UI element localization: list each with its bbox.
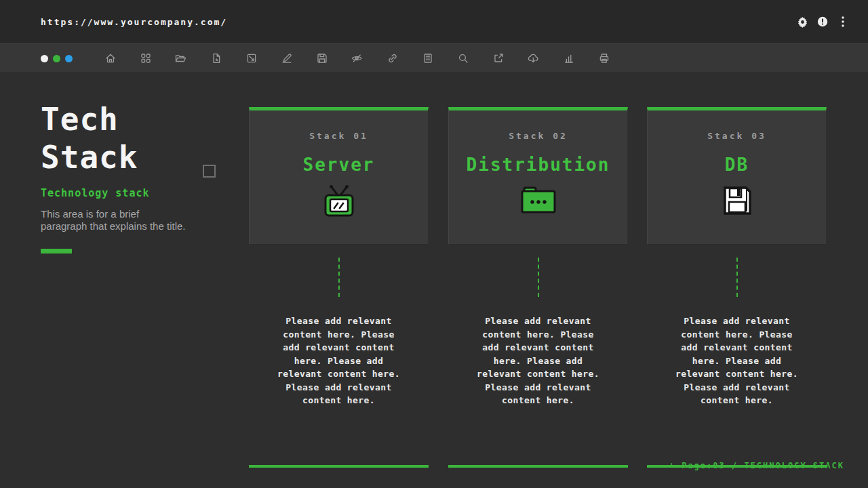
stack-label: Stack 02: [509, 131, 568, 141]
column-baseline: [249, 465, 429, 468]
slide-canvas: Tech Stack Technology stack This area is…: [0, 73, 868, 488]
alert-circle-icon[interactable]: [816, 16, 829, 28]
title-underline-bar: [41, 249, 72, 253]
stack-title: Distribution: [467, 155, 610, 175]
stack-label: Stack 03: [707, 131, 766, 141]
dashed-connector: [736, 258, 738, 297]
page-title-line2: Stack: [41, 138, 217, 176]
top-bar: https://www.yourcompany.com/: [0, 0, 868, 43]
stack-column-1: Stack 01 Server Please add relevant cont…: [249, 107, 429, 245]
dot-blue[interactable]: [65, 55, 73, 62]
status-dots: [41, 55, 73, 62]
stack-title: DB: [725, 155, 749, 175]
home-icon[interactable]: [104, 52, 117, 65]
notes-icon[interactable]: [421, 52, 434, 65]
dot-white[interactable]: [41, 55, 48, 62]
tv-pixel-icon: [321, 184, 357, 218]
dashed-connector: [338, 258, 340, 297]
folder-open-icon[interactable]: [174, 52, 187, 65]
kebab-menu-icon[interactable]: [837, 16, 849, 28]
page-number-label: + Page:03 / TECHNOLOGY STACK: [669, 461, 844, 470]
folder-pixel-icon: [519, 184, 558, 216]
grid-icon[interactable]: [139, 52, 152, 65]
external-link-icon[interactable]: [492, 52, 505, 65]
stack-column-3: Stack 03 DB Please add relevant content …: [647, 107, 827, 245]
floppy-pixel-icon: [721, 184, 753, 217]
pencil-icon[interactable]: [280, 52, 293, 65]
file-icon[interactable]: [210, 52, 222, 65]
page-title-line1: Tech: [41, 100, 217, 138]
stack-body-text: Please add relevant content here. Please…: [474, 314, 603, 407]
page-title: Tech Stack: [41, 100, 217, 176]
stack-label: Stack 01: [309, 131, 368, 141]
stack-body-text: Please add relevant content here. Please…: [673, 314, 802, 407]
printer-icon[interactable]: [597, 52, 610, 65]
cloud-download-icon[interactable]: [527, 52, 540, 65]
resize-icon[interactable]: [245, 52, 258, 65]
stack-body-text: Please add relevant content here. Please…: [275, 314, 403, 407]
square-decoration: [203, 165, 216, 178]
toolbar-icon-group: [104, 52, 610, 65]
stack-title: Server: [303, 155, 375, 175]
stack-card-3: Stack 03 DB: [647, 107, 827, 245]
page-subtitle: Technology stack: [41, 187, 217, 199]
page-description: This area is for a brief paragraph that …: [41, 208, 186, 232]
hero-block: Tech Stack Technology stack This area is…: [41, 100, 217, 253]
stack-card-2: Stack 02 Distribution: [448, 107, 628, 245]
save-icon[interactable]: [315, 52, 328, 65]
stack-column-2: Stack 02 Distribution Please add relevan…: [448, 107, 628, 245]
stack-card-1: Stack 01 Server: [249, 107, 429, 245]
column-baseline: [448, 465, 628, 468]
search-icon[interactable]: [456, 52, 469, 65]
toolbar: [0, 43, 868, 73]
eye-off-icon[interactable]: [351, 52, 363, 65]
settings-gear-icon[interactable]: [796, 16, 808, 28]
topbar-icon-group: [796, 16, 849, 28]
link-icon[interactable]: [386, 52, 399, 65]
dot-green[interactable]: [53, 55, 60, 62]
bar-chart-icon[interactable]: [562, 52, 575, 65]
dashed-connector: [538, 258, 539, 297]
url-bar[interactable]: https://www.yourcompany.com/: [41, 17, 227, 27]
